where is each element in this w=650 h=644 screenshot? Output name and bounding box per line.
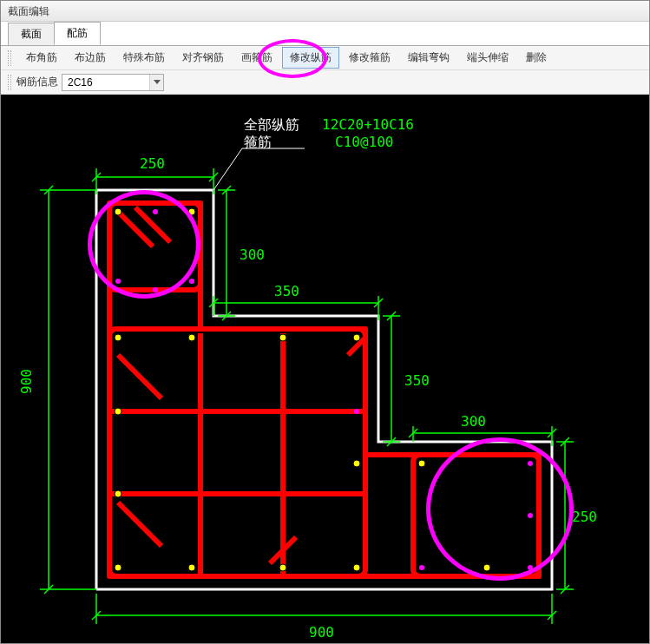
svg-point-18	[279, 334, 286, 341]
svg-point-19	[353, 334, 360, 341]
drawing-svg: 250 300 350 350 300 250 900 900 全部纵筋 12C…	[1, 95, 649, 644]
window-title: 截面编辑	[8, 5, 49, 17]
svg-point-20	[115, 408, 121, 415]
svg-point-22	[115, 564, 121, 571]
rebar-info-input[interactable]	[62, 75, 149, 90]
toolbar-edge-rebar[interactable]: 布边筋	[67, 47, 114, 69]
toolbar-edit-hook[interactable]: 编辑弯钩	[400, 47, 457, 69]
dim-900-bottom: 900	[309, 624, 334, 641]
dim-250-top: 250	[140, 155, 165, 172]
dim-350-r2: 350	[404, 372, 430, 389]
toolbar-align-rebar[interactable]: 对齐钢筋	[174, 47, 232, 69]
svg-point-36	[528, 513, 533, 518]
svg-point-37	[528, 565, 533, 570]
svg-point-28	[483, 564, 490, 571]
toolbar-corner-rebar[interactable]: 布角筋	[18, 47, 65, 69]
toolbar-draw-stirrup[interactable]: 画箍筋	[233, 47, 280, 69]
svg-point-17	[188, 334, 195, 341]
info-label-longitudinal: 全部纵筋	[244, 116, 299, 133]
svg-line-78	[213, 148, 242, 190]
toolbar-special-rebar[interactable]: 特殊布筋	[115, 47, 173, 69]
rebar-info-combobox[interactable]	[62, 74, 164, 91]
dim-250-r3: 250	[572, 509, 597, 525]
input-bar: 钢筋信息	[1, 70, 649, 95]
svg-point-24	[279, 564, 286, 571]
svg-point-16	[115, 334, 121, 341]
tab-section[interactable]: 截面	[8, 23, 55, 45]
dim-350-top: 350	[274, 283, 299, 299]
svg-point-25	[353, 564, 360, 571]
svg-point-14	[115, 208, 121, 215]
svg-point-35	[528, 461, 533, 466]
svg-point-23	[188, 564, 195, 571]
svg-point-26	[353, 460, 360, 467]
info-value-longitudinal: 12C20+10C16	[322, 116, 414, 133]
toolbar-end-extend[interactable]: 端头伸缩	[459, 47, 516, 69]
svg-rect-13	[413, 455, 539, 576]
tab-rebar[interactable]: 配筋	[54, 22, 101, 45]
toolbar: 布角筋 布边筋 特殊布筋 对齐钢筋 画箍筋 修改纵筋 修改箍筋 编辑弯钩 端头伸…	[1, 46, 649, 70]
toolbar-delete[interactable]: 删除	[518, 47, 555, 69]
chevron-down-icon[interactable]	[149, 75, 163, 90]
info-label-stirrup: 箍筋	[244, 134, 272, 150]
svg-line-10	[118, 503, 161, 546]
rebar-info-label: 钢筋信息	[16, 75, 58, 89]
cad-canvas[interactable]: 250 300 350 350 300 250 900 900 全部纵筋 12C…	[1, 95, 649, 644]
title-bar: 截面编辑	[1, 1, 649, 22]
tab-bar: 截面 配筋	[1, 22, 649, 46]
dim-300-r1: 300	[240, 246, 265, 263]
svg-point-33	[354, 409, 359, 414]
dim-300-top: 300	[461, 413, 486, 430]
info-value-stirrup: C10@100	[335, 134, 393, 150]
svg-point-21	[115, 490, 121, 497]
svg-point-15	[188, 208, 195, 215]
toolbar-modify-longitudinal[interactable]: 修改纵筋	[282, 47, 339, 69]
svg-point-30	[115, 279, 121, 284]
svg-point-31	[189, 279, 194, 284]
svg-point-29	[153, 209, 158, 214]
svg-point-34	[419, 565, 424, 570]
svg-point-27	[418, 460, 425, 467]
toolbar-handle-icon	[8, 75, 11, 90]
svg-point-32	[153, 287, 158, 292]
svg-line-9	[118, 355, 161, 398]
svg-rect-4	[109, 329, 365, 576]
toolbar-handle-icon	[8, 50, 11, 66]
dim-900-left: 900	[18, 369, 35, 394]
toolbar-modify-stirrup[interactable]: 修改箍筋	[341, 47, 398, 69]
